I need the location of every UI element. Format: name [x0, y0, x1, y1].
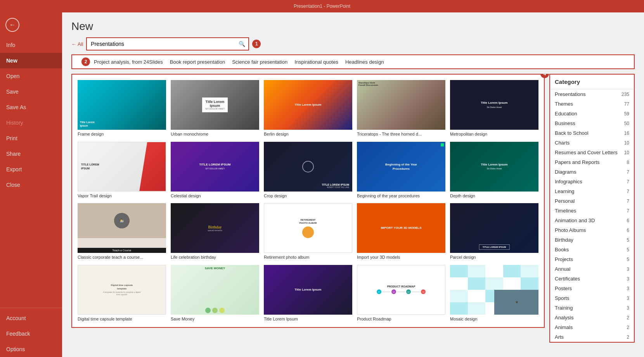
templates-section: 3 Title LoremIpsum Frame design [62, 74, 644, 357]
template-course[interactable]: Teach a Course 👨‍🔬 Classic corporate tea… [75, 201, 168, 263]
template-parcel[interactable]: TITLE LOREM IPSUM Parcel design [448, 201, 541, 263]
template-mosaic[interactable]: 🎓 Mosaic design [448, 263, 541, 324]
template-3d-label: Import your 3D models [357, 254, 445, 260]
template-beginning[interactable]: Beginning of the YearProcedures Beginnin… [355, 139, 448, 201]
category-row-themes[interactable]: Themes 77 [550, 99, 634, 109]
category-row-analysis[interactable]: Analysis 2 [550, 313, 634, 322]
category-row-books[interactable]: Books 5 [550, 245, 634, 254]
category-count: 77 [624, 101, 629, 107]
category-row-annual[interactable]: Annual 3 [550, 264, 634, 274]
category-count: 3 [627, 286, 629, 291]
category-label: Photo Albums [555, 227, 586, 233]
category-row-papers[interactable]: Papers and Reports 8 [550, 157, 634, 167]
sidebar-item-saveas[interactable]: Save As [0, 99, 62, 115]
sidebar-item-new[interactable]: New [0, 53, 62, 68]
category-row-animation3d[interactable]: Animation and 3D 6 [550, 216, 634, 225]
category-count: 59 [624, 111, 629, 117]
sidebar-item-options[interactable]: Options [0, 341, 62, 357]
category-header: Category [550, 75, 634, 89]
template-berlin-label: Berlin design [264, 131, 352, 137]
template-purple[interactable]: Title Lorem Ipsum Title Lorem Ipsum [261, 263, 355, 324]
suggested-item-5[interactable]: Headlines design [345, 58, 391, 66]
category-row-business[interactable]: Business 50 [550, 118, 634, 128]
category-count: 7 [627, 179, 629, 185]
category-row-education[interactable]: Education 59 [550, 109, 634, 118]
template-triceratops[interactable]: Starships HerbFossil Discussion Tricerat… [355, 78, 448, 139]
template-berlin[interactable]: Title Lorem Ipsum Berlin design [261, 78, 355, 139]
category-row-posters[interactable]: Posters 3 [550, 284, 634, 293]
category-count: 10 [624, 150, 629, 155]
category-row-learning[interactable]: Learning 7 [550, 186, 634, 196]
category-row-presentations[interactable]: Presentations 235 [550, 89, 634, 99]
category-row-animals[interactable]: Animals 2 [550, 322, 634, 332]
category-count: 10 [624, 140, 629, 146]
category-row-certificates[interactable]: Certificates 3 [550, 274, 634, 284]
template-metro[interactable]: Title Lorem IpsumSit Dolor Amet Metropol… [448, 78, 541, 139]
template-birthday-label: Life celebration birthday [171, 254, 259, 260]
sidebar-item-open[interactable]: Open [0, 68, 62, 84]
category-row-diagrams[interactable]: Diagrams 7 [550, 167, 634, 177]
category-label: Posters [555, 286, 572, 291]
template-crop[interactable]: TITLE LOREM IPSUM INSERT YOUR TAG LINE C… [261, 139, 355, 201]
category-row-timelines[interactable]: Timelines 7 [550, 206, 634, 216]
category-row-sports[interactable]: Sports 3 [550, 293, 634, 303]
category-label: Personal [555, 198, 575, 204]
back-button[interactable]: ← [3, 16, 22, 34]
suggested-item-2[interactable]: Book report presentation [170, 58, 232, 66]
template-vapor-label: Vapor Trail design [78, 193, 166, 199]
category-row-personal[interactable]: Personal 7 [550, 196, 634, 206]
category-count: 6 [627, 228, 629, 233]
back-circle: ← [5, 18, 19, 32]
sidebar-item-feedback[interactable]: Feedback [0, 326, 62, 341]
sidebar-item-account[interactable]: Account [0, 310, 62, 326]
category-count: 16 [624, 131, 629, 136]
templates-grid: Title LoremIpsum Frame design Title Lore… [72, 75, 544, 327]
suggested-item-4[interactable]: Inspirational quotes [294, 58, 345, 66]
category-row-projects[interactable]: Projects 5 [550, 254, 634, 264]
back-all-label: ← All [71, 41, 83, 47]
back-all-button[interactable]: ← All [71, 41, 83, 47]
sidebar-item-print[interactable]: Print [0, 131, 62, 146]
category-row-training[interactable]: Training 3 [550, 303, 634, 313]
category-count: 8 [627, 160, 629, 165]
category-row-photoalbums[interactable]: Photo Albums 6 [550, 225, 634, 235]
category-count: 7 [627, 169, 629, 175]
template-urban[interactable]: Title LoremIpsum SIT DOLOR AMET Urban mo… [168, 78, 261, 139]
template-frame[interactable]: Title LoremIpsum Frame design [75, 78, 168, 139]
template-celestial[interactable]: TITLE LOREM IPSUMSIT DOLOR AMET Celestia… [168, 139, 261, 201]
category-count: 5 [627, 247, 629, 253]
sidebar-item-info[interactable]: Info [0, 37, 62, 53]
sidebar-divider [0, 308, 62, 308]
category-row-resumes[interactable]: Resumes and Cover Letters 10 [550, 148, 634, 157]
template-course-label: Classic corporate teach a course... [78, 254, 166, 260]
template-retirement[interactable]: RETIREMENTPHOTO ALBUM Retirement photo a… [261, 201, 355, 263]
template-vapor[interactable]: TITLE LOREMIPSUM Vapor Trail design [75, 139, 168, 201]
category-count: 3 [627, 305, 629, 311]
category-label: Education [555, 111, 577, 117]
template-savemoney[interactable]: SAVE MONEY Save Money [168, 263, 261, 324]
template-birthday[interactable]: Birthday special moments Life celebratio… [168, 201, 261, 263]
search-icon[interactable]: 🔍 [239, 41, 245, 47]
category-row-charts[interactable]: Charts 10 [550, 138, 634, 148]
suggested-item-1[interactable]: Project analysis, from 24Slides [94, 58, 170, 66]
template-parcel-label: Parcel design [450, 254, 538, 260]
sidebar-item-export[interactable]: Export [0, 162, 62, 177]
category-label: Business [555, 120, 575, 126]
sidebar-item-share[interactable]: Share [0, 146, 62, 162]
category-label: Presentations [555, 91, 586, 97]
titlebar-text: Presentation1 - PowerPoint [294, 3, 350, 9]
category-row-arts[interactable]: Arts 2 [550, 332, 634, 342]
template-roadmap[interactable]: PRODUCT ROADMAP Q1 Q2 Q3 Q4 [355, 263, 448, 324]
content-area: New ← All 🔍 1 2 Project analysis, from 2… [62, 12, 644, 357]
search-input[interactable] [87, 38, 248, 50]
templates-grid-wrapper: Title LoremIpsum Frame design Title Lore… [71, 74, 545, 328]
template-depth[interactable]: Title Lorem IpsumSit Dolor Amet Depth de… [448, 139, 541, 201]
category-row-infographics[interactable]: Infographics 7 [550, 177, 634, 186]
sidebar-item-close[interactable]: Close [0, 177, 62, 193]
template-3d[interactable]: IMPORT YOUR 3D MODELS Import your 3D mod… [355, 201, 448, 263]
category-row-birthday[interactable]: Birthday 5 [550, 235, 634, 245]
suggested-item-3[interactable]: Science fair presentation [232, 58, 294, 66]
sidebar-item-save[interactable]: Save [0, 84, 62, 99]
category-row-backtoschool[interactable]: Back to School 16 [550, 128, 634, 138]
template-capsule[interactable]: Digital time capsuletemplate A template … [75, 263, 168, 324]
